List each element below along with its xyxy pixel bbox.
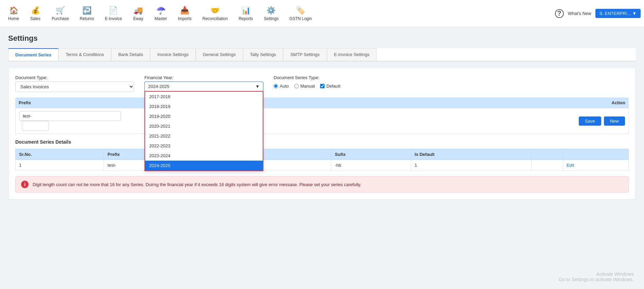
tab-terms-conditions[interactable]: Terms & Conditions [58, 48, 111, 61]
help-icon[interactable]: ? [555, 9, 564, 18]
reconciliation-icon: 🤝 [210, 6, 220, 15]
fy-option-2023[interactable]: 2023-2024 [145, 151, 263, 161]
enterprise-label: S. ENTERPRI... [599, 11, 631, 16]
enterprise-button[interactable]: S. ENTERPRI... ▼ [595, 9, 641, 18]
nav-right: ? What's New S. ENTERPRI... ▼ [555, 9, 641, 18]
fy-option-2018[interactable]: 2018-2019 [145, 102, 263, 111]
returns-label: Returns [80, 16, 94, 21]
nav-purchase[interactable]: 🛒 Purchase [47, 4, 74, 23]
master-label: Master [155, 16, 167, 21]
nav-imports[interactable]: 📥 Imports [173, 4, 196, 23]
checkbox-default[interactable]: Default [320, 84, 340, 89]
home-icon: 🏠 [9, 6, 18, 15]
financial-year-label: Financial Year: [144, 75, 263, 80]
document-type-select[interactable]: Sales Invoices Purchase Invoices Credit … [15, 82, 134, 92]
radio-auto-label: Auto [280, 84, 289, 89]
radio-manual-input[interactable] [294, 84, 299, 88]
settings-label: Settings [264, 16, 278, 21]
edit-link[interactable]: Edit [567, 163, 574, 168]
main-content: Settings Document Series Terms & Conditi… [0, 27, 644, 206]
tab-smtp-settings[interactable]: SMTP Settings [283, 48, 327, 61]
cell-is-default: 1 [411, 160, 532, 171]
purchase-icon: 🛒 [56, 6, 65, 15]
doc-series-type-group: Document Series Type: Auto Manual Defaul… [274, 75, 341, 89]
eway-label: Eway [133, 16, 143, 21]
prefix-input[interactable] [19, 111, 121, 121]
whats-new-link[interactable]: What's New [568, 11, 591, 16]
sales-icon: 💰 [31, 6, 40, 15]
save-button[interactable]: Save [579, 116, 601, 126]
nav-sales[interactable]: 💰 Sales [25, 4, 46, 23]
fy-option-2020[interactable]: 2020-2021 [145, 121, 263, 131]
fy-option-2017[interactable]: 2017-2018 [145, 92, 263, 102]
nav-eway[interactable]: 🚚 Eway [128, 4, 149, 23]
doc-series-type-label: Document Series Type: [274, 75, 341, 80]
alert-message: Digit length count can not be more that … [33, 182, 361, 187]
col-sufix: Sufix [331, 149, 411, 160]
col-action [563, 149, 628, 160]
fy-option-2024[interactable]: 2024-2025 [145, 161, 263, 170]
series-input-row: Save New [15, 108, 629, 134]
document-type-label: Document Type: [15, 75, 134, 80]
eway-icon: 🚚 [134, 6, 143, 15]
action-header: Action [387, 100, 626, 105]
cell-empty1 [531, 160, 563, 171]
financial-year-group: Financial Year: 2024-2025 ▼ 2017-2018 20… [144, 75, 263, 91]
enterprise-chevron-icon: ▼ [632, 11, 637, 16]
action-buttons: Save New [390, 116, 625, 126]
radio-auto-input[interactable] [274, 84, 278, 88]
nav-gstn-login[interactable]: 🏷️ GSTN Login [285, 4, 317, 23]
doc-series-details-section: Document Series Details Sr.No. Prefix Se… [15, 139, 629, 171]
dropdown-chevron-icon: ▼ [255, 84, 260, 89]
fy-option-2019[interactable]: 2019-2020 [145, 111, 263, 121]
einvoice-label: E-Invoice [105, 16, 122, 21]
fy-option-2022[interactable]: 2022-2023 [145, 141, 263, 151]
reconciliation-label: Reconciliation [202, 16, 228, 21]
sales-label: Sales [30, 16, 40, 21]
series-start-input[interactable] [22, 121, 49, 131]
nav-einvoice[interactable]: 📄 E-Invoice [100, 4, 127, 23]
radio-manual-label: Manual [300, 84, 315, 89]
top-navbar: 🏠 Home 💰 Sales 🛒 Purchase ↩️ Returns 📄 E… [0, 0, 644, 27]
financial-year-selected[interactable]: 2024-2025 ▼ [144, 82, 263, 91]
alert-icon: i [21, 181, 29, 188]
tab-tally-settings[interactable]: Tally Settings [243, 48, 283, 61]
returns-icon: ↩️ [82, 6, 91, 15]
nav-reconciliation[interactable]: 🤝 Reconciliation [197, 4, 232, 23]
cell-sufix: -hb [331, 160, 411, 171]
master-icon: ☂️ [156, 6, 166, 15]
doc-series-table: Sr.No. Prefix Series Start Sufix Is Defa… [15, 149, 629, 171]
col-is-default: Is Default [411, 149, 532, 160]
new-button[interactable]: New [604, 116, 625, 126]
radio-auto[interactable]: Auto [274, 84, 289, 89]
fy-option-2021[interactable]: 2021-2022 [145, 131, 263, 141]
nav-master[interactable]: ☂️ Master [150, 4, 172, 23]
tab-invoice-settings[interactable]: Invoice Settings [150, 48, 196, 61]
tab-einvoice-settings[interactable]: E-Invoice Settings [327, 48, 377, 61]
prefix-header: Prefix [19, 100, 148, 105]
home-label: Home [8, 16, 19, 21]
tab-general-settings[interactable]: General Settings [196, 48, 243, 61]
financial-year-value: 2024-2025 [148, 84, 169, 89]
nav-returns[interactable]: ↩️ Returns [75, 4, 99, 23]
checkbox-default-input[interactable] [320, 84, 325, 88]
series-table-section: Prefix Sufix Action Save New [15, 97, 629, 134]
page-title: Settings [8, 34, 636, 43]
tabs-row: Document Series Terms & Conditions Bank … [8, 48, 636, 61]
financial-year-dropdown-list: 2017-2018 2018-2019 2019-2020 2020-2021 … [144, 91, 263, 171]
cell-srno: 1 [16, 160, 104, 171]
form-top-row: Document Type: Sales Invoices Purchase I… [15, 75, 629, 92]
nav-reports[interactable]: 📊 Reports [234, 4, 258, 23]
tab-bank-details[interactable]: Bank Details [111, 48, 150, 61]
reports-icon: 📊 [241, 6, 250, 15]
col-srno: Sr.No. [16, 149, 104, 160]
nav-home[interactable]: 🏠 Home [3, 4, 24, 23]
nav-settings[interactable]: ⚙️ Settings [259, 4, 283, 23]
radio-manual[interactable]: Manual [294, 84, 315, 89]
settings-icon: ⚙️ [266, 6, 276, 15]
tab-document-series[interactable]: Document Series [8, 48, 58, 61]
doc-series-details-title: Document Series Details [15, 139, 629, 145]
doc-series-radio-group: Auto Manual Default [274, 84, 341, 89]
checkbox-default-label: Default [326, 84, 340, 89]
financial-year-dropdown-wrapper: 2024-2025 ▼ 2017-2018 2018-2019 2019-202… [144, 82, 263, 91]
